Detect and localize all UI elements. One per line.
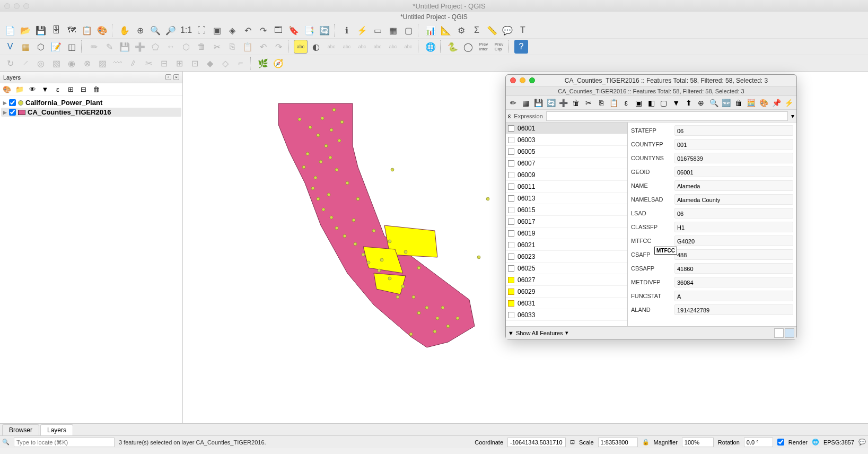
select-by-value-icon[interactable]: ▦ — [386, 23, 400, 37]
tab-layers[interactable]: Layers — [40, 424, 73, 435]
feature-checkbox[interactable] — [508, 242, 514, 248]
action-icon[interactable]: ⚡ — [355, 23, 369, 37]
field-value[interactable]: Alameda — [674, 180, 793, 191]
field-value[interactable]: A — [674, 291, 793, 301]
annotation-icon[interactable]: T — [516, 23, 530, 37]
attr-move-top-icon[interactable]: ⬆ — [683, 97, 695, 109]
new-project-icon[interactable]: 📄 — [3, 23, 17, 37]
add-group-icon[interactable]: 📁 — [15, 85, 24, 94]
dig-add-part-icon[interactable]: ▧ — [49, 56, 63, 70]
expand-all-icon[interactable]: ⊞ — [66, 85, 75, 94]
tab-browser[interactable]: Browser — [2, 424, 39, 435]
feature-row[interactable]: 06023 — [506, 251, 627, 263]
attr-close[interactable] — [510, 77, 516, 83]
dig-fill-ring-icon[interactable]: ◉ — [65, 56, 78, 70]
layout-manager-icon[interactable]: 📋 — [80, 23, 94, 37]
dig-add-ring-icon[interactable]: ◎ — [34, 56, 48, 70]
table-view-button[interactable] — [774, 328, 784, 338]
label-move-icon[interactable]: abc — [371, 40, 384, 54]
feature-row[interactable]: 06003 — [506, 134, 627, 146]
layer-visibility-checkbox[interactable] — [9, 99, 16, 106]
magnifier-input[interactable] — [682, 438, 714, 447]
label-change-icon[interactable]: abc — [401, 40, 415, 54]
attr-select-all-icon[interactable]: ▣ — [633, 97, 644, 109]
attr-cut-icon[interactable]: ✂ — [583, 97, 594, 109]
metasearch-icon[interactable]: 🌐 — [424, 40, 437, 54]
crs-icon[interactable]: 🌐 — [812, 439, 819, 446]
field-value[interactable]: 001 — [674, 139, 793, 150]
field-value[interactable]: 06001 — [674, 167, 793, 177]
zoom-native-icon[interactable]: 1:1 — [179, 23, 193, 37]
add-feature-icon[interactable]: ➕ — [133, 40, 147, 54]
feature-row[interactable]: 06031 — [506, 298, 627, 309]
feature-checkbox[interactable] — [508, 149, 514, 155]
feature-row[interactable]: 06005 — [506, 146, 627, 158]
dig-simplify-icon[interactable]: ⟋ — [19, 56, 32, 70]
attr-select-expr-icon[interactable]: ε — [620, 97, 632, 109]
feature-row[interactable]: 06001 — [506, 123, 627, 134]
move-feature-icon[interactable]: ↔ — [164, 40, 178, 54]
feature-row[interactable]: 06019 — [506, 228, 627, 239]
open-project-icon[interactable]: 📂 — [19, 23, 32, 37]
attr-deselect-icon[interactable]: ▢ — [658, 97, 669, 109]
crs-label[interactable]: EPSG:3857 — [823, 439, 854, 446]
dig-trim-icon[interactable]: ⌐ — [234, 56, 248, 70]
expression-filter-icon[interactable]: ε — [53, 85, 63, 94]
feature-row[interactable]: 06033 — [506, 309, 627, 321]
select-features-icon[interactable]: ▭ — [371, 23, 384, 37]
deselect-icon[interactable]: ▢ — [401, 23, 415, 37]
label-pin-icon[interactable]: abc — [340, 40, 354, 54]
attr-copy-icon[interactable]: ⎘ — [595, 97, 607, 109]
scale-input[interactable] — [598, 438, 638, 447]
new-bookmark-icon[interactable]: 🔖 — [287, 23, 301, 37]
vector-layer-icon[interactable]: V — [3, 40, 17, 54]
feature-checkbox[interactable] — [508, 195, 514, 202]
field-value[interactable]: 06 — [674, 208, 793, 219]
extents-icon[interactable]: ⊡ — [570, 439, 575, 446]
form-view-button[interactable] — [785, 328, 794, 338]
attr-conditional-icon[interactable]: 🎨 — [758, 97, 769, 109]
attr-titlebar[interactable]: CA_Counties_TIGER2016 :: Features Total:… — [506, 75, 796, 86]
cut-icon[interactable]: ✂ — [210, 40, 224, 54]
attr-add-feature-icon[interactable]: ➕ — [558, 97, 569, 109]
attr-delete-icon[interactable]: 🗑 — [571, 97, 582, 109]
filter-legend-icon[interactable]: ▼ — [40, 85, 50, 94]
feature-checkbox[interactable] — [508, 172, 514, 178]
dig-merge-icon[interactable]: ⊞ — [172, 56, 186, 70]
vertex-tool-icon[interactable]: ⬡ — [179, 40, 193, 54]
delete-selected-icon[interactable]: 🗑 — [195, 40, 208, 54]
expression-chevron-icon[interactable]: ▾ — [791, 112, 794, 120]
dig-offset-icon[interactable]: ⫽ — [126, 56, 140, 70]
label-highlight-icon[interactable]: abc — [325, 40, 338, 54]
toolbox-icon[interactable]: ⚙ — [454, 23, 468, 37]
zoom-out-icon[interactable]: 🔎 — [164, 23, 178, 37]
save-edits-icon[interactable]: ✎ — [102, 40, 116, 54]
bookmarks-icon[interactable]: 📑 — [302, 23, 316, 37]
field-value[interactable]: 488 — [674, 249, 793, 260]
panel-close-icon[interactable]: × — [173, 74, 179, 80]
feature-checkbox[interactable] — [508, 137, 514, 143]
zoom-selection-icon[interactable]: ▣ — [210, 23, 224, 37]
feature-row[interactable]: 06015 — [506, 204, 627, 216]
label-icon[interactable]: abc — [294, 40, 308, 54]
raster-layer-icon[interactable]: ▦ — [19, 40, 32, 54]
attr-filter-sel-icon[interactable]: ▼ — [671, 97, 682, 109]
zoom-last-icon[interactable]: ↶ — [241, 23, 255, 37]
field-value[interactable]: 06 — [674, 125, 793, 136]
feature-checkbox[interactable] — [508, 219, 514, 225]
feature-row[interactable]: 06021 — [506, 239, 627, 251]
refresh-icon[interactable]: 🔄 — [318, 23, 331, 37]
attr-zoom[interactable] — [529, 77, 535, 83]
prev-inter-icon[interactable]: PrevInter — [477, 40, 490, 54]
toggle-editing-icon[interactable]: ✏ — [87, 40, 101, 54]
expression-dropdown[interactable] — [546, 111, 788, 121]
prev-clip-icon[interactable]: PrevClip — [492, 40, 506, 54]
attr-zoom-to-icon[interactable]: 🔍 — [708, 97, 720, 109]
delimited-text-icon[interactable]: 📝 — [49, 40, 63, 54]
field-calc-icon[interactable]: 📐 — [439, 23, 453, 37]
paste-icon[interactable]: 📋 — [241, 40, 255, 54]
feature-checkbox[interactable] — [508, 312, 514, 318]
attribute-table-icon[interactable]: 📊 — [424, 23, 437, 37]
style-manager-icon[interactable]: 🎨 — [95, 23, 109, 37]
attr-invert-sel-icon[interactable]: ◧ — [646, 97, 657, 109]
